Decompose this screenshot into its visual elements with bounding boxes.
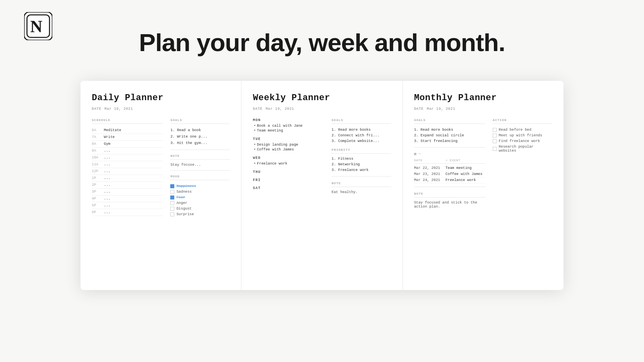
calendar-row-event: Team meeting (446, 166, 485, 170)
schedule-row: 2P... (92, 182, 163, 189)
mood-checkbox[interactable] (170, 212, 174, 216)
mood-item: Happiness (170, 183, 230, 189)
day-item: Team meeting (253, 128, 324, 133)
action-checkbox[interactable] (493, 147, 497, 151)
goals-list: 1. Read a book2. Write one p...3. Hit th… (170, 127, 230, 146)
monthly-title: Monthly Planner (414, 93, 552, 103)
goal-item: 2. Write one p... (170, 134, 230, 140)
action-list: Read before bedMeet up with friendsFind … (493, 127, 552, 154)
monthly-goals-header: GOALS (414, 118, 485, 124)
schedule-row: 11A... (92, 161, 163, 168)
weekly-date-value: Mar 19, 2021 (266, 107, 294, 111)
monthly-date-row: DATE Mar 19, 2021 (414, 107, 552, 111)
day-label: FRI (253, 178, 324, 182)
monthly-action-col: ACTION Read before bedMeet up with frien… (493, 118, 552, 209)
weekly-goal-item: 1. Read more books (332, 127, 391, 133)
monthly-note-header: NOTE (414, 192, 485, 197)
schedule-header: SCHEDULE (92, 118, 163, 124)
day-block: MONBook a call with JaneTeam meeting (253, 118, 324, 133)
mood-checkbox[interactable] (170, 207, 174, 211)
schedule-row: 6P... (92, 209, 163, 216)
weekly-goals-col: GOALS 1. Read more books2. Connect with … (332, 118, 391, 194)
day-block: SAT (253, 186, 324, 190)
weekly-content: MONBook a call with JaneTeam meetingTUED… (253, 118, 391, 194)
mood-header: MOOD (170, 175, 230, 180)
monthly-content: GOALS 1. Read more books2. Expand social… (414, 118, 552, 209)
action-label: Read before bed (499, 128, 531, 132)
mood-checkbox[interactable] (170, 184, 174, 188)
mood-item: Disgust (170, 206, 230, 212)
calendar-date-header: Date (414, 158, 441, 162)
calendar-row-date: Mar 22, 2021 (414, 166, 441, 170)
weekly-priority-item: 3. Freelance work (332, 167, 391, 173)
cards-container: Daily Planner DATE Mar 19, 2021 SCHEDULE… (80, 81, 564, 290)
action-item: Read before bed (493, 127, 552, 133)
monthly-note-text: Stay focused and stick to the action pla… (414, 201, 485, 209)
mood-label: Disgust (176, 207, 192, 211)
mood-checkbox[interactable] (170, 195, 174, 200)
action-checkbox[interactable] (493, 134, 497, 138)
action-checkbox[interactable] (493, 128, 497, 132)
schedule-row: 1P... (92, 175, 163, 182)
calendar-row: Mar 24, 2021Freelance work (414, 177, 485, 183)
weekly-priority-item: 2. Networking (332, 162, 391, 167)
action-item: Meet up with friends (493, 133, 552, 138)
schedule-row: 7AWrite (92, 134, 163, 141)
mood-label: Happiness (176, 184, 196, 188)
monthly-note-section: NOTE Stay focused and stick to the actio… (414, 192, 485, 209)
goal-item: 1. Read a book (170, 127, 230, 134)
mood-label: Sadness (176, 190, 192, 194)
goals-col: GOALS 1. Read a book2. Write one p...3. … (170, 118, 230, 217)
action-checkbox[interactable] (493, 139, 497, 143)
day-item: Coffee with James (253, 147, 324, 152)
schedule-row: 4P... (92, 195, 163, 202)
daily-planner-card: Daily Planner DATE Mar 19, 2021 SCHEDULE… (80, 81, 242, 290)
daily-note-text: Stay focuse... (170, 163, 230, 167)
weekly-planner-card: Weekly Planner DATE Mar 19, 2021 MONBook… (242, 81, 402, 290)
weekly-priority-header: PRIORITY (332, 148, 391, 154)
action-item: Research popular websites (493, 144, 552, 154)
monthly-goal-item: 1. Read more books (414, 127, 485, 133)
note-header: NOTE (170, 154, 230, 160)
mood-checkbox[interactable] (170, 190, 174, 194)
weekly-note-section: NOTE Eat healthy. (332, 181, 391, 194)
action-item: Find freelance work (493, 138, 552, 144)
mood-item: Fear (170, 195, 230, 200)
daily-content: SCHEDULE 6AMeditate7AWrite8AGym9A...10A.… (92, 118, 230, 217)
calendar-row: Mar 23, 2021Coffee with James (414, 171, 485, 177)
weekly-date-row: DATE Mar 19, 2021 (253, 107, 391, 111)
mood-checkbox[interactable] (170, 201, 174, 205)
monthly-goal-item: 2. Expand social circle (414, 133, 485, 138)
mood-section: MOOD HappinessSadnessFearAngerDisgustSur… (170, 175, 230, 217)
weekly-title: Weekly Planner (253, 93, 391, 103)
monthly-date-label: DATE (414, 107, 424, 111)
calendar-row-event: Freelance work (446, 178, 485, 182)
mood-list: HappinessSadnessFearAngerDisgustSurprise (170, 183, 230, 217)
day-block: WEDFreelance work (253, 156, 324, 166)
day-item: Book a call with Jane (253, 123, 324, 128)
mood-item: Surprise (170, 212, 230, 217)
mood-item: Anger (170, 200, 230, 206)
day-block: THU (253, 170, 324, 174)
weekly-date-label: DATE (253, 107, 262, 111)
monthly-date-value: Mar 19, 2021 (427, 107, 455, 111)
schedule-row: 10A... (92, 154, 163, 161)
schedule-row: 9A... (92, 148, 163, 154)
mood-label: Anger (176, 201, 187, 205)
schedule-row: 5P... (92, 202, 163, 209)
day-item: Freelance work (253, 161, 324, 166)
daily-date-label: DATE (92, 107, 101, 111)
daily-date-value: Mar 19, 2021 (105, 107, 133, 111)
goal-item: 3. Hit the gym... (170, 140, 230, 146)
note-section: NOTE Stay focuse... (170, 154, 230, 167)
schedule-row: 8AGym (92, 141, 163, 148)
calendar-row: Mar 22, 2021Team meeting (414, 165, 485, 171)
day-label: TUE (253, 137, 324, 141)
schedule-row: 12P... (92, 168, 163, 175)
weekly-note-header: NOTE (332, 181, 391, 187)
day-block: TUEDesign landing pageCoffee with James (253, 137, 324, 152)
calendar-row-event: Coffee with James (446, 172, 485, 176)
mood-label: Fear (176, 195, 185, 200)
headline: Plan your day, week and month. (139, 28, 505, 57)
weekly-goals-header: GOALS (332, 118, 391, 124)
